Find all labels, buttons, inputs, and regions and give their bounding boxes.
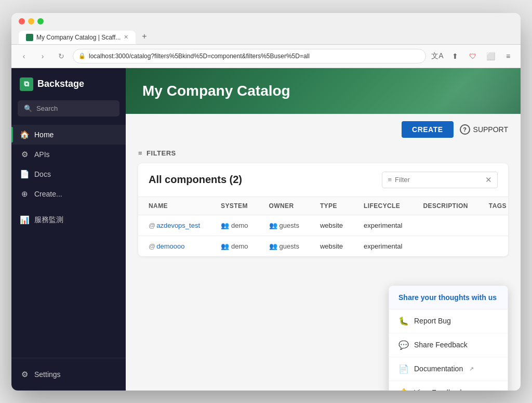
new-tab-button[interactable]: + <box>137 29 152 44</box>
sidebar-item-monitor-label: 服務監測 <box>34 215 63 225</box>
cell-name[interactable]: @azdevops_test <box>138 215 210 236</box>
reload-button[interactable]: ↻ <box>54 49 69 63</box>
bell-icon: 🔔 <box>398 388 408 391</box>
cell-lifecycle: experimental <box>353 215 413 236</box>
table-header-row: All components (2) ≡ ✕ <box>138 163 508 197</box>
shield-icon[interactable]: 🛡 <box>466 49 480 63</box>
report-bug-label: Report Bug <box>414 317 451 325</box>
settings-label: Settings <box>34 370 61 379</box>
entity-link[interactable]: azdevops_test <box>156 222 200 229</box>
create-button[interactable]: CREATE <box>402 121 454 138</box>
browser-tab[interactable]: My Company Catalog | Scaff... ✕ <box>19 31 136 44</box>
share-icon[interactable]: ⬆ <box>448 49 462 63</box>
cell-type: website <box>310 215 353 236</box>
view-feedback-label: View Feedback <box>414 388 463 391</box>
browser-window: My Company Catalog | Scaff... ✕ + ‹ › ↻ … <box>11 13 521 391</box>
logo-text: Backstage <box>37 79 84 89</box>
browser-tabs: My Company Catalog | Scaff... ✕ + <box>19 29 513 44</box>
owner-group-icon: 👥 <box>269 222 277 229</box>
sidebar-item-apis[interactable]: ⚙ APIs <box>11 145 126 164</box>
cell-tags <box>478 215 508 236</box>
cell-tags <box>478 236 508 256</box>
browser-dots <box>19 18 513 24</box>
filters-bar: ≡ FILTERS <box>126 145 521 163</box>
table-row: @azdevops_test 👥 demo 👥 guests website e… <box>138 215 508 236</box>
dropdown-menu: Share your thoughts with us 🐛 Report Bug… <box>389 285 508 391</box>
documentation-label: Documentation <box>414 365 463 373</box>
dropdown-item-documentation[interactable]: 📄 Documentation ↗ <box>389 357 508 381</box>
settings-icon: ⚙ <box>20 370 29 379</box>
dot-maximize[interactable] <box>37 18 44 24</box>
col-description: DESCRIPTION <box>413 197 478 215</box>
owner-link[interactable]: guests <box>280 242 299 250</box>
browser-chrome: My Company Catalog | Scaff... ✕ + <box>11 13 521 45</box>
system-link[interactable]: demo <box>231 242 248 250</box>
address-bar[interactable]: 🔒 localhost:3000/catalog?filters%5Bkind%… <box>73 49 426 63</box>
apis-icon: ⚙ <box>20 150 29 159</box>
sidebar-item-home[interactable]: 🏠 Home <box>11 125 126 145</box>
sidebar-item-docs-label: Docs <box>34 170 51 178</box>
tab-close-button[interactable]: ✕ <box>124 34 128 41</box>
col-tags: TAGS <box>478 197 508 215</box>
sidebar-item-home-label: Home <box>34 131 54 139</box>
col-owner: OWNER <box>259 197 310 215</box>
col-name: NAME <box>138 197 210 215</box>
sidebar-nav: 🏠 Home ⚙ APIs 📄 Docs ⊕ Create... 📊 <box>11 123 126 358</box>
url-text: localhost:3000/catalog?filters%5Bkind%5D… <box>89 53 310 60</box>
sidebar-bottom: ⚙ Settings <box>11 358 126 391</box>
dropdown-item-share-feedback[interactable]: 💬 Share Feedback <box>389 333 508 357</box>
tab-favicon <box>26 34 33 41</box>
owner-link[interactable]: guests <box>280 222 299 229</box>
bug-icon: 🐛 <box>398 316 408 326</box>
system-link[interactable]: demo <box>231 222 248 229</box>
sidebar-item-docs[interactable]: 📄 Docs <box>11 164 126 184</box>
cell-type: website <box>310 236 353 256</box>
doc-icon: 📄 <box>398 364 408 374</box>
tab-title: My Company Catalog | Scaff... <box>36 34 121 41</box>
sidebar-item-apis-label: APIs <box>34 150 50 159</box>
search-label: Search <box>36 105 58 112</box>
sidebar-toggle-icon[interactable]: ⬜ <box>483 49 498 63</box>
cell-owner: 👥 guests <box>259 236 310 256</box>
search-icon: 🔍 <box>24 105 32 112</box>
support-label: SUPPORT <box>473 125 508 134</box>
filter-input[interactable] <box>395 176 482 184</box>
filter-clear-button[interactable]: ✕ <box>485 175 492 185</box>
col-system: SYSTEM <box>210 197 259 215</box>
back-button[interactable]: ‹ <box>17 49 31 63</box>
sidebar-item-settings[interactable]: ⚙ Settings <box>11 365 126 384</box>
docs-icon: 📄 <box>20 170 29 179</box>
table-header: NAME SYSTEM OWNER TYPE LIFECYCLE DESCRIP… <box>138 197 508 215</box>
external-link-icon: ↗ <box>469 366 474 372</box>
cell-name[interactable]: @demoooo <box>138 236 210 256</box>
create-icon: ⊕ <box>20 189 29 199</box>
dot-minimize[interactable] <box>28 18 34 24</box>
sidebar-item-service-monitor[interactable]: 📊 服務監測 <box>11 210 126 230</box>
support-button[interactable]: ? SUPPORT <box>460 124 508 135</box>
col-type: TYPE <box>310 197 353 215</box>
forward-button[interactable]: › <box>35 49 50 63</box>
cell-description <box>413 236 478 256</box>
content-area: CREATE ? SUPPORT ≡ FILTERS All component… <box>126 114 521 391</box>
home-icon: 🏠 <box>20 130 29 139</box>
data-table: NAME SYSTEM OWNER TYPE LIFECYCLE DESCRIP… <box>138 197 508 256</box>
cell-system: 👥 demo <box>210 236 259 256</box>
page-header: My Company Catalog <box>126 68 521 114</box>
translate-icon[interactable]: 文A <box>430 49 445 63</box>
cell-description <box>413 215 478 236</box>
dropdown-item-report-bug[interactable]: 🐛 Report Bug <box>389 309 508 333</box>
dot-close[interactable] <box>19 18 25 24</box>
entity-link[interactable]: demoooo <box>156 242 184 250</box>
filter-input-wrap[interactable]: ≡ ✕ <box>382 172 498 188</box>
table-row: @demoooo 👥 demo 👥 guests website experim… <box>138 236 508 256</box>
menu-icon[interactable]: ≡ <box>501 49 515 63</box>
system-group-icon: 👥 <box>221 242 229 250</box>
filter-icon: ≡ <box>388 176 392 184</box>
logo-icon: ⧉ <box>20 77 33 91</box>
owner-group-icon: 👥 <box>269 242 277 250</box>
cell-lifecycle: experimental <box>353 236 413 256</box>
dropdown-item-view-feedback[interactable]: 🔔 View Feedback ↗ <box>389 381 508 391</box>
sidebar-item-create[interactable]: ⊕ Create... <box>11 184 126 204</box>
sidebar-search[interactable]: 🔍 Search <box>18 100 119 116</box>
share-feedback-label: Share Feedback <box>414 341 468 349</box>
